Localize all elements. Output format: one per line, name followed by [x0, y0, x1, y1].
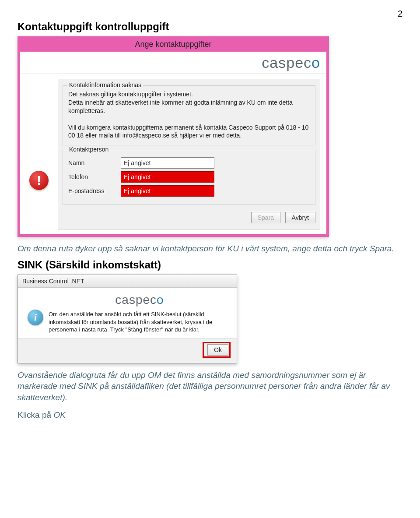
- info-icon: i: [28, 310, 43, 325]
- input-telefon[interactable]: [121, 171, 214, 183]
- heading-sink: SINK (Särskild inkomstskatt): [18, 259, 402, 271]
- fieldset-legend: Kontaktperson: [67, 146, 110, 153]
- fieldset-kontaktinfo-saknas: Kontaktinformation saknas Det saknas gil…: [63, 85, 315, 145]
- fieldset-legend: Kontaktinformation saknas: [67, 81, 143, 88]
- dialog-business-control: Business Control .NET i caspeco Om den a…: [18, 275, 237, 363]
- dialog2-text: Om den anställde har ansökt och fått ett…: [49, 310, 231, 334]
- dialog2-title: Business Control .NET: [18, 275, 237, 288]
- cancel-button[interactable]: Avbryt: [285, 212, 315, 223]
- dialog-icon-column: !: [20, 74, 58, 234]
- row-namn: Namn: [68, 157, 310, 169]
- caspeco-logo: caspeco: [49, 292, 231, 310]
- row-epost: E-postadress: [68, 185, 310, 197]
- fieldset-kontaktperson: Kontaktperson Namn Telefon E-postadress: [63, 150, 315, 205]
- dialog-title: Ange kontaktuppgifter: [20, 39, 326, 52]
- heading-kontaktuppgift: Kontaktuppgift kontrolluppgift: [18, 21, 402, 33]
- dialog-ange-kontaktuppgifter: Ange kontaktuppgifter caspeco ! Kontakti…: [18, 36, 329, 237]
- footer-instruction: Klicka på OK: [18, 410, 402, 420]
- label-namn: Namn: [68, 159, 121, 166]
- caption-dialog1: Om denna ruta dyker upp så saknar vi kon…: [18, 243, 402, 254]
- save-button[interactable]: Spara: [251, 212, 280, 223]
- dialog2-icon-column: i: [22, 292, 49, 334]
- label-epost: E-postadress: [68, 187, 121, 194]
- ok-button[interactable]: Ok: [207, 344, 228, 356]
- label-telefon: Telefon: [68, 173, 121, 180]
- alert-icon: !: [29, 171, 49, 190]
- row-telefon: Telefon: [68, 171, 310, 183]
- caspeco-logo: caspeco: [262, 54, 320, 71]
- caption-dialog2: Ovanstående dialogruta får du upp OM det…: [18, 370, 402, 403]
- info-text: Det saknas giltiga kontaktuppgifter i sy…: [68, 90, 310, 140]
- ok-highlight: Ok: [203, 342, 231, 358]
- input-namn[interactable]: [121, 157, 214, 169]
- logo-row: caspeco: [20, 52, 326, 74]
- page-number: 2: [18, 9, 402, 19]
- input-epost[interactable]: [121, 185, 214, 197]
